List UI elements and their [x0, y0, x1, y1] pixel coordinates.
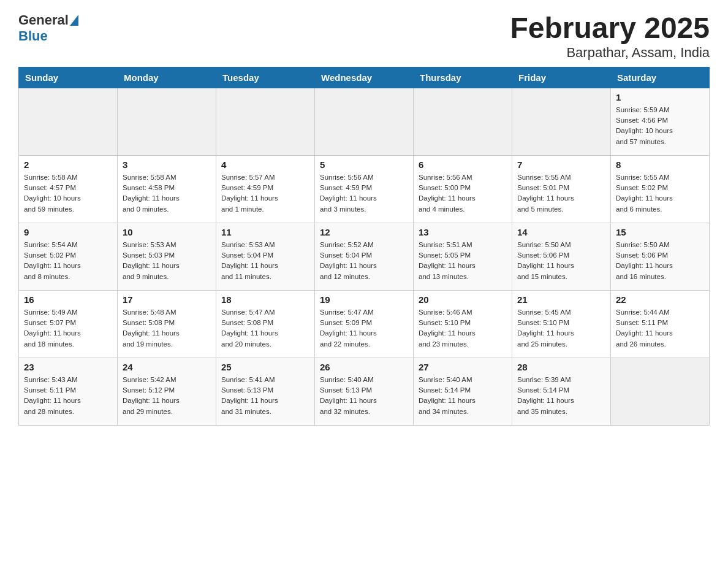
calendar-cell: 5Sunrise: 5:56 AM Sunset: 4:59 PM Daylig…: [315, 155, 414, 223]
weekday-header-row: SundayMondayTuesdayWednesdayThursdayFrid…: [19, 67, 710, 88]
weekday-header-monday: Monday: [118, 67, 216, 88]
day-info: Sunrise: 5:58 AM Sunset: 4:58 PM Dayligh…: [123, 172, 211, 215]
calendar-week-row: 23Sunrise: 5:43 AM Sunset: 5:11 PM Dayli…: [19, 358, 710, 425]
calendar-cell: 12Sunrise: 5:52 AM Sunset: 5:04 PM Dayli…: [315, 223, 414, 290]
calendar-cell: 14Sunrise: 5:50 AM Sunset: 5:06 PM Dayli…: [512, 223, 611, 290]
day-info: Sunrise: 5:49 AM Sunset: 5:07 PM Dayligh…: [24, 307, 112, 350]
day-number: 3: [123, 159, 211, 170]
calendar-cell: 6Sunrise: 5:56 AM Sunset: 5:00 PM Daylig…: [414, 155, 512, 223]
day-number: 1: [616, 92, 704, 102]
logo-general-text: General: [18, 12, 69, 28]
day-number: 21: [517, 294, 605, 305]
logo-triangle-icon: [70, 15, 78, 26]
calendar-cell: [19, 88, 118, 155]
day-number: 10: [123, 227, 211, 237]
calendar-cell: [118, 88, 216, 155]
day-info: Sunrise: 5:53 AM Sunset: 5:03 PM Dayligh…: [123, 240, 211, 282]
calendar-cell: [216, 88, 315, 155]
day-info: Sunrise: 5:47 AM Sunset: 5:09 PM Dayligh…: [320, 307, 408, 350]
day-number: 8: [616, 159, 704, 170]
day-info: Sunrise: 5:55 AM Sunset: 5:01 PM Dayligh…: [517, 172, 605, 215]
calendar-cell: [315, 88, 414, 155]
calendar-cell: 9Sunrise: 5:54 AM Sunset: 5:02 PM Daylig…: [19, 223, 118, 290]
day-number: 13: [419, 227, 507, 237]
calendar-cell: 3Sunrise: 5:58 AM Sunset: 4:58 PM Daylig…: [118, 155, 216, 223]
calendar-cell: 22Sunrise: 5:44 AM Sunset: 5:11 PM Dayli…: [611, 290, 710, 358]
day-number: 26: [320, 362, 408, 372]
day-info: Sunrise: 5:58 AM Sunset: 4:57 PM Dayligh…: [24, 172, 112, 215]
weekday-header-tuesday: Tuesday: [216, 67, 315, 88]
calendar-table: SundayMondayTuesdayWednesdayThursdayFrid…: [18, 67, 710, 426]
day-info: Sunrise: 5:57 AM Sunset: 4:59 PM Dayligh…: [221, 172, 309, 215]
weekday-header-wednesday: Wednesday: [315, 67, 414, 88]
calendar-cell: 1Sunrise: 5:59 AM Sunset: 4:56 PM Daylig…: [611, 88, 710, 155]
day-number: 9: [24, 227, 112, 237]
day-info: Sunrise: 5:50 AM Sunset: 5:06 PM Dayligh…: [616, 240, 704, 282]
day-number: 23: [24, 362, 112, 372]
calendar-week-row: 2Sunrise: 5:58 AM Sunset: 4:57 PM Daylig…: [19, 155, 710, 223]
calendar-cell: [414, 88, 512, 155]
day-info: Sunrise: 5:48 AM Sunset: 5:08 PM Dayligh…: [123, 307, 211, 350]
calendar-week-row: 16Sunrise: 5:49 AM Sunset: 5:07 PM Dayli…: [19, 290, 710, 358]
day-number: 18: [221, 294, 309, 305]
day-info: Sunrise: 5:50 AM Sunset: 5:06 PM Dayligh…: [517, 240, 605, 282]
calendar-cell: 8Sunrise: 5:55 AM Sunset: 5:02 PM Daylig…: [611, 155, 710, 223]
day-info: Sunrise: 5:41 AM Sunset: 5:13 PM Dayligh…: [221, 375, 309, 417]
day-info: Sunrise: 5:56 AM Sunset: 4:59 PM Dayligh…: [320, 172, 408, 215]
day-number: 6: [419, 159, 507, 170]
logo-blue-text: Blue: [18, 28, 48, 44]
day-info: Sunrise: 5:56 AM Sunset: 5:00 PM Dayligh…: [419, 172, 507, 215]
calendar-week-row: 9Sunrise: 5:54 AM Sunset: 5:02 PM Daylig…: [19, 223, 710, 290]
calendar-cell: 10Sunrise: 5:53 AM Sunset: 5:03 PM Dayli…: [118, 223, 216, 290]
day-info: Sunrise: 5:39 AM Sunset: 5:14 PM Dayligh…: [517, 375, 605, 417]
day-info: Sunrise: 5:54 AM Sunset: 5:02 PM Dayligh…: [24, 240, 112, 282]
calendar-cell: 4Sunrise: 5:57 AM Sunset: 4:59 PM Daylig…: [216, 155, 315, 223]
calendar-cell: 28Sunrise: 5:39 AM Sunset: 5:14 PM Dayli…: [512, 358, 611, 425]
day-info: Sunrise: 5:59 AM Sunset: 4:56 PM Dayligh…: [616, 105, 704, 147]
calendar-cell: 26Sunrise: 5:40 AM Sunset: 5:13 PM Dayli…: [315, 358, 414, 425]
day-info: Sunrise: 5:51 AM Sunset: 5:05 PM Dayligh…: [419, 240, 507, 282]
day-info: Sunrise: 5:53 AM Sunset: 5:04 PM Dayligh…: [221, 240, 309, 282]
day-number: 7: [517, 159, 605, 170]
weekday-header-saturday: Saturday: [611, 67, 710, 88]
calendar-cell: [512, 88, 611, 155]
calendar-cell: 7Sunrise: 5:55 AM Sunset: 5:01 PM Daylig…: [512, 155, 611, 223]
day-number: 19: [320, 294, 408, 305]
calendar-week-row: 1Sunrise: 5:59 AM Sunset: 4:56 PM Daylig…: [19, 88, 710, 155]
day-info: Sunrise: 5:43 AM Sunset: 5:11 PM Dayligh…: [24, 375, 112, 417]
calendar-cell: 11Sunrise: 5:53 AM Sunset: 5:04 PM Dayli…: [216, 223, 315, 290]
day-number: 2: [24, 159, 112, 170]
day-number: 22: [616, 294, 704, 305]
day-number: 5: [320, 159, 408, 170]
day-number: 20: [419, 294, 507, 305]
calendar-cell: 15Sunrise: 5:50 AM Sunset: 5:06 PM Dayli…: [611, 223, 710, 290]
day-info: Sunrise: 5:44 AM Sunset: 5:11 PM Dayligh…: [616, 307, 704, 350]
calendar-subtitle: Barpathar, Assam, India: [510, 45, 710, 61]
calendar-cell: 27Sunrise: 5:40 AM Sunset: 5:14 PM Dayli…: [414, 358, 512, 425]
weekday-header-sunday: Sunday: [19, 67, 118, 88]
calendar-cell: [611, 358, 710, 425]
day-number: 11: [221, 227, 309, 237]
day-number: 28: [517, 362, 605, 372]
day-number: 17: [123, 294, 211, 305]
calendar-cell: 2Sunrise: 5:58 AM Sunset: 4:57 PM Daylig…: [19, 155, 118, 223]
day-number: 27: [419, 362, 507, 372]
calendar-cell: 20Sunrise: 5:46 AM Sunset: 5:10 PM Dayli…: [414, 290, 512, 358]
day-number: 24: [123, 362, 211, 372]
day-number: 16: [24, 294, 112, 305]
day-number: 12: [320, 227, 408, 237]
day-info: Sunrise: 5:40 AM Sunset: 5:14 PM Dayligh…: [419, 375, 507, 417]
day-info: Sunrise: 5:45 AM Sunset: 5:10 PM Dayligh…: [517, 307, 605, 350]
calendar-cell: 25Sunrise: 5:41 AM Sunset: 5:13 PM Dayli…: [216, 358, 315, 425]
day-info: Sunrise: 5:40 AM Sunset: 5:13 PM Dayligh…: [320, 375, 408, 417]
day-number: 25: [221, 362, 309, 372]
weekday-header-friday: Friday: [512, 67, 611, 88]
day-number: 14: [517, 227, 605, 237]
day-info: Sunrise: 5:52 AM Sunset: 5:04 PM Dayligh…: [320, 240, 408, 282]
day-number: 4: [221, 159, 309, 170]
calendar-cell: 24Sunrise: 5:42 AM Sunset: 5:12 PM Dayli…: [118, 358, 216, 425]
day-info: Sunrise: 5:42 AM Sunset: 5:12 PM Dayligh…: [123, 375, 211, 417]
calendar-cell: 23Sunrise: 5:43 AM Sunset: 5:11 PM Dayli…: [19, 358, 118, 425]
day-info: Sunrise: 5:47 AM Sunset: 5:08 PM Dayligh…: [221, 307, 309, 350]
day-info: Sunrise: 5:55 AM Sunset: 5:02 PM Dayligh…: [616, 172, 704, 215]
